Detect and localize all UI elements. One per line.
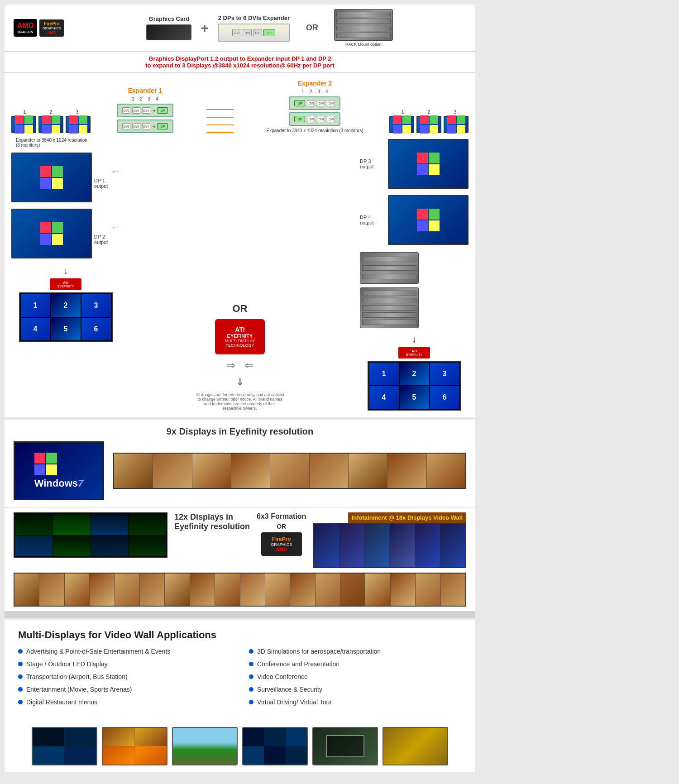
exp2-dvi6: DVI <box>327 116 335 122</box>
dp4-label-area: DP 4 output <box>360 215 386 225</box>
dp4-output-label: DP 4 output <box>360 215 386 225</box>
amd-radeon-badge: AMD RADEON <box>14 19 37 37</box>
rcell-5: 5 <box>400 386 429 409</box>
mon-num-3: 3 <box>65 110 90 115</box>
left-ati-section: ↓ ATi EYEFINITY 1 2 3 4 5 6 <box>11 266 120 342</box>
bullet-text-3: Transportation (Airport, Bus Station) <box>26 673 128 680</box>
subtitle-bar: Graphics DisplayPort 1.2 output to Expan… <box>5 52 475 73</box>
exp1-dvi5: DVI <box>132 123 140 129</box>
panoramic-strip <box>113 453 466 489</box>
left-monitor-2 <box>38 116 63 133</box>
amd-logo-group: AMD RADEON FirePro GRAPHICS AMD <box>14 19 64 37</box>
top-center: Graphics Card + 2 DPs to 6 DVIs Expander… <box>73 9 466 47</box>
twelve-displays-section: 12x Displays in Eyefinity resolution 6x3… <box>5 508 475 611</box>
bullet-text-6: 3D Simulations for aerospace/transportat… <box>257 648 381 655</box>
rmon-num-3: 3 <box>443 110 468 115</box>
expander1-port-numbers: 1 2 3 4 <box>129 96 160 101</box>
ati-center-badge: ATi EYEFINITY MULTI-DISPLAYTECHNOLOGY <box>215 319 265 354</box>
bullet-item-3: Transportation (Airport, Bus Station) <box>18 673 231 680</box>
or-twelve-label: OR <box>277 523 286 530</box>
separator <box>5 611 475 618</box>
exp1-dvi2: DVI <box>132 107 140 114</box>
bullet-dot-1 <box>18 649 23 654</box>
rmon-num-2: 2 <box>416 110 441 115</box>
bullet-text-10: Virtual Driving/ Virtual Tour <box>257 698 332 706</box>
twelve-displays-label: 12x Displays in Eyefinity resolution <box>174 512 250 531</box>
down-arrow-center: ⇓ <box>236 376 244 388</box>
exp2-dvi3: DVI <box>327 100 335 106</box>
thumb-6 <box>383 727 448 765</box>
rcell-6: 6 <box>430 386 459 409</box>
left-monitor-numbers: 1 2 3 <box>12 110 90 115</box>
bullet-text-5: Digital Restaurant menus <box>26 698 97 706</box>
expander1-group: Expander 1 1 2 3 4 DVI DVI DVI ◄ DP DVI <box>117 87 174 133</box>
cell-3: 3 <box>81 294 111 317</box>
center-col: OR ATi EYEFINITY MULTI-DISPLAYTECHNOLOGY… <box>124 138 355 411</box>
wide-panoramic-strip <box>14 573 466 607</box>
bullet-col-right: 3D Simulations for aerospace/transportat… <box>249 648 462 711</box>
graphics-card-image <box>146 24 191 40</box>
thumb-3 <box>172 727 238 765</box>
dp1-output-row: ← DP 1 output <box>11 153 120 202</box>
rmon-num-1: 1 <box>390 110 415 115</box>
bullet-dot-2 <box>18 662 23 666</box>
exp2-dvi2: DVI <box>317 100 325 106</box>
left-monitor-3 <box>66 116 91 133</box>
infotainment-wall <box>313 523 466 568</box>
top-header: AMD RADEON FirePro GRAPHICS AMD Graphics… <box>5 5 475 52</box>
bullet-dot-10 <box>249 700 253 704</box>
exp2-dvi5: DVI <box>317 116 325 122</box>
twelve-label-group: 12x Displays in Eyefinity resolution <box>174 512 250 531</box>
expander2-group: Expander 2 1 2 3 4 DP DVI DVI DVI DP DVI… <box>266 80 363 133</box>
dp1-label-area: ← DP 1 output <box>94 166 120 189</box>
center-arrows: ⇒ ⇐ <box>226 359 253 372</box>
nine-displays-row: Windows7 <box>14 441 466 500</box>
bullet-text-7: Conference and Presentation <box>257 660 340 668</box>
bullet-dot-9 <box>249 687 253 692</box>
exp2-dp-in: DP <box>294 100 305 106</box>
dp3-output-row: DP 3 output <box>360 139 469 189</box>
dp3-output-label: DP 3 output <box>360 158 386 169</box>
left-output-col: Expander to 3840 x 1024 resolution(3 mon… <box>11 138 120 411</box>
tv-cell-1 <box>15 514 53 535</box>
ati-badge-left: ATi EYEFINITY <box>50 278 81 290</box>
bullet-item-7: Conference and Presentation <box>249 660 462 668</box>
exp2-dvi1: DVI <box>307 100 315 106</box>
bullet-dot-7 <box>249 662 253 666</box>
tv-cell-4 <box>129 514 166 535</box>
formation-label: 6x3 Formation <box>257 512 306 521</box>
thumb-1 <box>32 727 97 765</box>
right-monitors-group: 1 2 3 <box>389 110 469 133</box>
bullet-title: Multi-Displays for Video Wall Applicatio… <box>18 629 462 641</box>
bullet-item-1: Advertising & Point-of-Sale Entertainmen… <box>18 648 231 655</box>
left-6-grid: 1 2 3 4 5 6 <box>19 292 113 342</box>
bullet-item-8: Video Conference <box>249 673 462 680</box>
infotainment-group: Infotainment @ 18x Displays Video Wall <box>313 512 466 568</box>
rcell-1: 1 <box>369 363 399 385</box>
bullet-item-2: Stage / Outdoor LED Display <box>18 660 231 668</box>
tv-cell-7 <box>91 535 129 557</box>
expander-label: 2 DPs to 6 DVIs Expander <box>218 14 290 21</box>
diagram-row1: 1 2 3 Expander 1 <box>11 80 469 133</box>
bullet-item-9: Surveillance & Security <box>249 686 462 693</box>
rcell-3: 3 <box>430 363 459 385</box>
expander2-port-numbers: 1 2 3 4 <box>299 89 330 94</box>
subtitle-line1: Graphics DisplayPort 1.2 output to Expan… <box>8 55 472 62</box>
bullet-item-5: Digital Restaurant menus <box>18 698 231 706</box>
twelve-displays-row: 12x Displays in Eyefinity resolution 6x3… <box>14 512 466 568</box>
center-connectors <box>206 109 234 133</box>
dp2-label-area: ← DP 2 output <box>94 222 120 245</box>
expander2-bottom-row: DP DVI DVI DVI <box>289 112 340 126</box>
bullet-text-9: Surveillance & Security <box>257 686 322 693</box>
thumb-2 <box>102 727 167 765</box>
left-monitors-row <box>11 116 91 133</box>
dp4-monitor-display <box>388 195 469 245</box>
graphics-card-section: Graphics Card + 2 DPs to 6 DVIs Expander… <box>146 9 393 47</box>
cell-1: 1 <box>21 294 50 317</box>
bullet-dot-3 <box>18 674 23 679</box>
cell-4: 4 <box>21 318 50 340</box>
bullet-text-1: Advertising & Point-of-Sale Entertainmen… <box>26 648 170 655</box>
expander2-resolution-label: Expander to 3840 x 1024 resolution (3 mo… <box>266 128 363 133</box>
tv-cell-5 <box>15 535 53 557</box>
diagram-section: 1 2 3 Expander 1 <box>5 73 475 417</box>
